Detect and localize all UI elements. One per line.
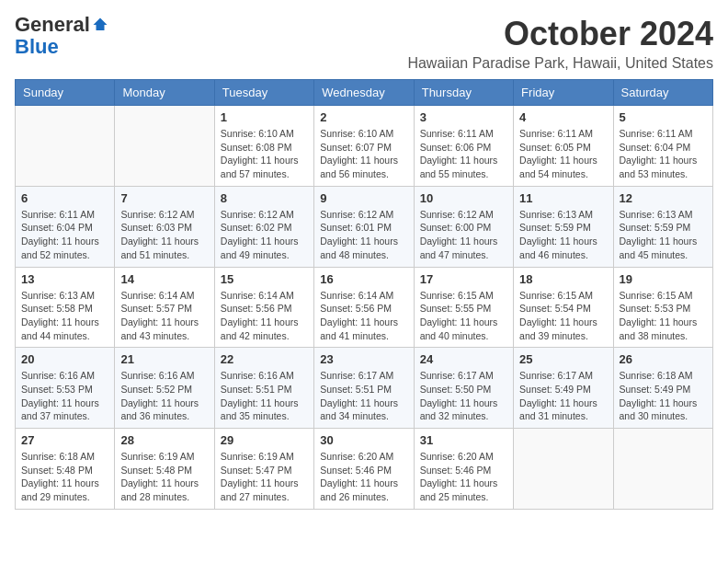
day-number: 15 [221, 272, 308, 286]
day-info: Sunrise: 6:14 AM Sunset: 5:57 PM Dayligh… [120, 289, 208, 343]
day-number: 27 [21, 433, 108, 447]
day-cell-1-5: 11Sunrise: 6:13 AM Sunset: 5:59 PM Dayli… [514, 186, 613, 267]
day-info: Sunrise: 6:19 AM Sunset: 5:47 PM Dayligh… [221, 450, 308, 504]
day-cell-3-0: 20Sunrise: 6:16 AM Sunset: 5:53 PM Dayli… [16, 348, 115, 429]
day-number: 10 [420, 191, 507, 205]
day-info: Sunrise: 6:17 AM Sunset: 5:49 PM Dayligh… [519, 369, 607, 423]
day-number: 8 [221, 191, 308, 205]
day-info: Sunrise: 6:18 AM Sunset: 5:49 PM Dayligh… [620, 369, 707, 423]
day-number: 5 [620, 110, 707, 124]
day-info: Sunrise: 6:12 AM Sunset: 6:01 PM Dayligh… [320, 208, 407, 262]
page-header: General Blue October 2024 Hawaiian Parad… [15, 15, 713, 72]
day-info: Sunrise: 6:12 AM Sunset: 6:02 PM Dayligh… [221, 208, 308, 262]
day-number: 4 [519, 110, 607, 124]
logo-blue-text: Blue [15, 35, 59, 58]
week-row-2: 6Sunrise: 6:11 AM Sunset: 6:04 PM Daylig… [16, 186, 713, 267]
day-cell-3-1: 21Sunrise: 6:16 AM Sunset: 5:52 PM Dayli… [115, 348, 214, 429]
header-thursday: Thursday [414, 80, 513, 106]
day-info: Sunrise: 6:19 AM Sunset: 5:48 PM Dayligh… [120, 450, 208, 504]
day-number: 18 [519, 272, 607, 286]
day-cell-4-1: 28Sunrise: 6:19 AM Sunset: 5:48 PM Dayli… [115, 429, 214, 510]
day-number: 28 [120, 433, 208, 447]
day-info: Sunrise: 6:13 AM Sunset: 5:59 PM Dayligh… [519, 208, 607, 262]
day-cell-2-1: 14Sunrise: 6:14 AM Sunset: 5:57 PM Dayli… [115, 267, 214, 348]
day-info: Sunrise: 6:18 AM Sunset: 5:48 PM Dayligh… [21, 450, 108, 504]
header-tuesday: Tuesday [214, 80, 313, 106]
day-cell-4-5 [514, 429, 613, 510]
day-cell-0-5: 4Sunrise: 6:11 AM Sunset: 6:05 PM Daylig… [514, 106, 613, 187]
day-info: Sunrise: 6:16 AM Sunset: 5:53 PM Dayligh… [21, 369, 108, 423]
day-cell-4-6 [613, 429, 712, 510]
day-cell-4-0: 27Sunrise: 6:18 AM Sunset: 5:48 PM Dayli… [16, 429, 115, 510]
day-number: 30 [320, 433, 407, 447]
day-cell-2-2: 15Sunrise: 6:14 AM Sunset: 5:56 PM Dayli… [214, 267, 313, 348]
day-cell-0-6: 5Sunrise: 6:11 AM Sunset: 6:04 PM Daylig… [613, 106, 712, 187]
day-number: 16 [320, 272, 407, 286]
day-cell-1-3: 9Sunrise: 6:12 AM Sunset: 6:01 PM Daylig… [314, 186, 414, 267]
calendar-table: Sunday Monday Tuesday Wednesday Thursday… [15, 79, 713, 510]
day-cell-0-2: 1Sunrise: 6:10 AM Sunset: 6:08 PM Daylig… [214, 106, 313, 187]
day-number: 14 [120, 272, 208, 286]
day-number: 26 [620, 352, 707, 366]
day-info: Sunrise: 6:14 AM Sunset: 5:56 PM Dayligh… [221, 289, 308, 343]
day-number: 13 [21, 272, 108, 286]
logo-general-text: General [15, 15, 90, 35]
day-info: Sunrise: 6:10 AM Sunset: 6:08 PM Dayligh… [221, 127, 308, 181]
day-cell-0-4: 3Sunrise: 6:11 AM Sunset: 6:06 PM Daylig… [414, 106, 513, 187]
day-cell-2-5: 18Sunrise: 6:15 AM Sunset: 5:54 PM Dayli… [514, 267, 613, 348]
day-cell-1-0: 6Sunrise: 6:11 AM Sunset: 6:04 PM Daylig… [16, 186, 115, 267]
logo: General Blue [15, 15, 108, 59]
day-number: 9 [320, 191, 407, 205]
day-info: Sunrise: 6:20 AM Sunset: 5:46 PM Dayligh… [320, 450, 407, 504]
day-info: Sunrise: 6:15 AM Sunset: 5:53 PM Dayligh… [620, 289, 707, 343]
week-row-4: 20Sunrise: 6:16 AM Sunset: 5:53 PM Dayli… [16, 348, 713, 429]
week-row-1: 1Sunrise: 6:10 AM Sunset: 6:08 PM Daylig… [16, 106, 713, 187]
day-cell-0-1 [115, 106, 214, 187]
day-info: Sunrise: 6:14 AM Sunset: 5:56 PM Dayligh… [320, 289, 407, 343]
header-friday: Friday [514, 80, 613, 106]
day-info: Sunrise: 6:13 AM Sunset: 5:59 PM Dayligh… [620, 208, 707, 262]
day-number: 24 [420, 352, 507, 366]
day-cell-3-5: 25Sunrise: 6:17 AM Sunset: 5:49 PM Dayli… [514, 348, 613, 429]
title-block: October 2024 Hawaiian Paradise Park, Haw… [407, 15, 713, 72]
day-cell-1-1: 7Sunrise: 6:12 AM Sunset: 6:03 PM Daylig… [115, 186, 214, 267]
header-wednesday: Wednesday [314, 80, 414, 106]
day-number: 6 [21, 191, 108, 205]
day-number: 3 [420, 110, 507, 124]
day-info: Sunrise: 6:13 AM Sunset: 5:58 PM Dayligh… [21, 289, 108, 343]
day-info: Sunrise: 6:16 AM Sunset: 5:52 PM Dayligh… [120, 369, 208, 423]
day-info: Sunrise: 6:11 AM Sunset: 6:06 PM Dayligh… [420, 127, 507, 181]
day-number: 25 [519, 352, 607, 366]
day-cell-3-3: 23Sunrise: 6:17 AM Sunset: 5:51 PM Dayli… [314, 348, 414, 429]
day-number: 17 [420, 272, 507, 286]
day-cell-2-6: 19Sunrise: 6:15 AM Sunset: 5:53 PM Dayli… [613, 267, 712, 348]
day-number: 22 [221, 352, 308, 366]
day-number: 7 [120, 191, 208, 205]
day-number: 29 [221, 433, 308, 447]
day-number: 21 [120, 352, 208, 366]
day-cell-2-0: 13Sunrise: 6:13 AM Sunset: 5:58 PM Dayli… [16, 267, 115, 348]
day-cell-4-2: 29Sunrise: 6:19 AM Sunset: 5:47 PM Dayli… [214, 429, 313, 510]
month-title: October 2024 [407, 15, 713, 53]
day-cell-2-4: 17Sunrise: 6:15 AM Sunset: 5:55 PM Dayli… [414, 267, 513, 348]
day-number: 31 [420, 433, 507, 447]
day-info: Sunrise: 6:12 AM Sunset: 6:03 PM Dayligh… [120, 208, 208, 262]
header-monday: Monday [115, 80, 214, 106]
week-row-3: 13Sunrise: 6:13 AM Sunset: 5:58 PM Dayli… [16, 267, 713, 348]
day-info: Sunrise: 6:11 AM Sunset: 6:04 PM Dayligh… [620, 127, 707, 181]
day-number: 1 [221, 110, 308, 124]
day-cell-3-2: 22Sunrise: 6:16 AM Sunset: 5:51 PM Dayli… [214, 348, 313, 429]
day-number: 23 [320, 352, 407, 366]
day-info: Sunrise: 6:16 AM Sunset: 5:51 PM Dayligh… [221, 369, 308, 423]
day-info: Sunrise: 6:17 AM Sunset: 5:50 PM Dayligh… [420, 369, 507, 423]
day-number: 2 [320, 110, 407, 124]
day-cell-2-3: 16Sunrise: 6:14 AM Sunset: 5:56 PM Dayli… [314, 267, 414, 348]
day-cell-3-6: 26Sunrise: 6:18 AM Sunset: 5:49 PM Dayli… [613, 348, 712, 429]
day-info: Sunrise: 6:11 AM Sunset: 6:04 PM Dayligh… [21, 208, 108, 262]
logo-icon [92, 17, 108, 33]
day-info: Sunrise: 6:15 AM Sunset: 5:54 PM Dayligh… [519, 289, 607, 343]
day-number: 12 [620, 191, 707, 205]
day-info: Sunrise: 6:17 AM Sunset: 5:51 PM Dayligh… [320, 369, 407, 423]
day-info: Sunrise: 6:11 AM Sunset: 6:05 PM Dayligh… [519, 127, 607, 181]
day-info: Sunrise: 6:12 AM Sunset: 6:00 PM Dayligh… [420, 208, 507, 262]
